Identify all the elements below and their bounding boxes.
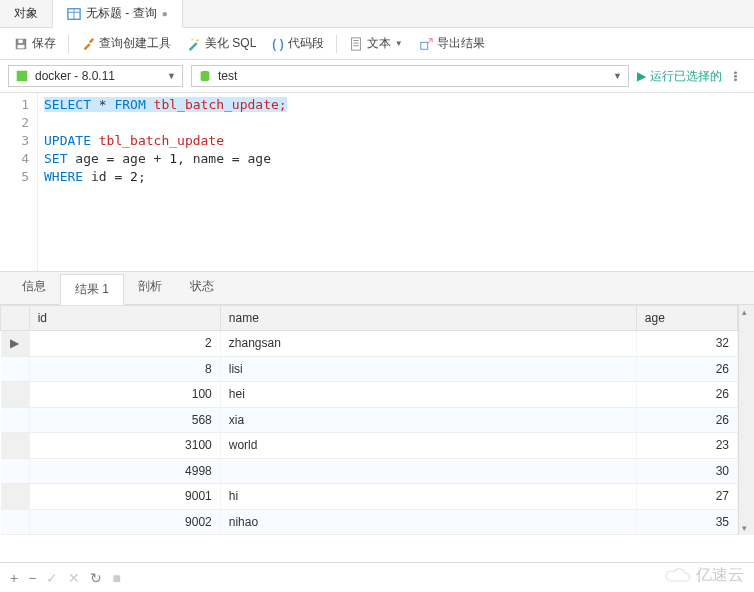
tab-objects[interactable]: 对象: [0, 0, 53, 27]
tab-query[interactable]: 无标题 - 查询 ●: [53, 0, 183, 28]
tab-objects-label: 对象: [14, 5, 38, 22]
cell-age[interactable]: 26: [636, 382, 737, 408]
watermark: 亿速云: [664, 565, 744, 586]
vertical-scrollbar[interactable]: [738, 305, 754, 535]
tab-info[interactable]: 信息: [8, 272, 60, 304]
stop-button[interactable]: ■: [112, 570, 120, 586]
cell-id[interactable]: 9002: [29, 509, 220, 535]
cell-id[interactable]: 4998: [29, 458, 220, 484]
row-marker: [1, 458, 30, 484]
cell-name[interactable]: zhangsan: [220, 331, 636, 357]
run-label: 运行已选择的: [650, 68, 722, 85]
footer-toolbar: + − ✓ ✕ ↻ ■: [0, 562, 754, 592]
cell-id[interactable]: 9001: [29, 484, 220, 510]
cloud-icon: [664, 567, 692, 585]
cell-name[interactable]: xia: [220, 407, 636, 433]
close-icon[interactable]: ●: [162, 8, 168, 19]
save-button[interactable]: 保存: [8, 33, 62, 54]
chevron-down-icon: ▼: [167, 71, 176, 81]
menu-dots-icon[interactable]: •••: [730, 71, 741, 82]
cell-name[interactable]: nihao: [220, 509, 636, 535]
text-button[interactable]: 文本 ▼: [343, 33, 409, 54]
cell-name[interactable]: hi: [220, 484, 636, 510]
table-row[interactable]: 100 hei 26: [1, 382, 738, 408]
table-row[interactable]: 568 xia 26: [1, 407, 738, 433]
cell-age[interactable]: 30: [636, 458, 737, 484]
cell-name[interactable]: [220, 458, 636, 484]
row-marker: [1, 433, 30, 459]
col-header-age[interactable]: age: [636, 306, 737, 331]
cell-id[interactable]: 8: [29, 356, 220, 382]
cell-age[interactable]: 27: [636, 484, 737, 510]
code-content[interactable]: SELECT * FROM tbl_batch_update; UPDATE t…: [38, 93, 754, 271]
table-row[interactable]: 3100 world 23: [1, 433, 738, 459]
table-row[interactable]: 9002 nihao 35: [1, 509, 738, 535]
table-row[interactable]: 8 lisi 26: [1, 356, 738, 382]
row-marker: [1, 484, 30, 510]
text-label: 文本: [367, 35, 391, 52]
hammer-icon: [81, 37, 95, 51]
table-row[interactable]: 9001 hi 27: [1, 484, 738, 510]
snippet-button[interactable]: ( ) 代码段: [266, 33, 329, 54]
cell-name[interactable]: hei: [220, 382, 636, 408]
row-marker: [1, 356, 30, 382]
export-button[interactable]: 导出结果: [413, 33, 491, 54]
separator: [336, 35, 337, 53]
cell-id[interactable]: 568: [29, 407, 220, 433]
cell-age[interactable]: 26: [636, 356, 737, 382]
query-builder-label: 查询创建工具: [99, 35, 171, 52]
database-select[interactable]: test ▼: [191, 65, 629, 87]
watermark-text: 亿速云: [696, 565, 744, 586]
svg-rect-4: [18, 44, 25, 48]
cell-age[interactable]: 32: [636, 331, 737, 357]
parens-icon: ( ): [272, 37, 283, 51]
row-marker: [1, 509, 30, 535]
main-toolbar: 保存 查询创建工具 美化 SQL ( ) 代码段 文本 ▼ 导出结果: [0, 28, 754, 60]
refresh-button[interactable]: ↻: [90, 570, 102, 586]
export-icon: [419, 37, 433, 51]
cancel-button[interactable]: ✕: [68, 570, 80, 586]
chevron-down-icon: ▼: [613, 71, 622, 81]
svg-rect-12: [420, 42, 427, 49]
table-row[interactable]: ▶ 2 zhangsan 32: [1, 331, 738, 357]
connection-bar: docker - 8.0.11 ▼ test ▼ ▶ 运行已选择的 •••: [0, 60, 754, 93]
cell-name[interactable]: world: [220, 433, 636, 459]
row-marker: [1, 407, 30, 433]
table-row[interactable]: 4998 30: [1, 458, 738, 484]
svg-rect-8: [351, 37, 360, 49]
tab-profile[interactable]: 剖析: [124, 272, 176, 304]
tab-result1[interactable]: 结果 1: [60, 274, 124, 305]
cell-age[interactable]: 26: [636, 407, 737, 433]
result-tab-bar: 信息 结果 1 剖析 状态: [0, 271, 754, 305]
chevron-down-icon: ▼: [395, 39, 403, 48]
server-label: docker - 8.0.11: [35, 69, 115, 83]
add-row-button[interactable]: +: [10, 570, 18, 586]
row-marker: [1, 382, 30, 408]
row-marker-header: [1, 306, 30, 331]
col-header-name[interactable]: name: [220, 306, 636, 331]
server-select[interactable]: docker - 8.0.11 ▼: [8, 65, 183, 87]
tab-status[interactable]: 状态: [176, 272, 228, 304]
cell-age[interactable]: 35: [636, 509, 737, 535]
delete-row-button[interactable]: −: [28, 570, 36, 586]
result-grid[interactable]: id name age ▶ 2 zhangsan 32 8 lisi 26 10…: [0, 305, 738, 535]
save-icon: [14, 37, 28, 51]
server-icon: [15, 69, 29, 83]
export-label: 导出结果: [437, 35, 485, 52]
run-button[interactable]: ▶ 运行已选择的: [637, 68, 722, 85]
col-header-id[interactable]: id: [29, 306, 220, 331]
play-icon: ▶: [637, 69, 646, 83]
cell-age[interactable]: 23: [636, 433, 737, 459]
beautify-label: 美化 SQL: [205, 35, 256, 52]
sql-editor[interactable]: 12345 SELECT * FROM tbl_batch_update; UP…: [0, 93, 754, 271]
row-marker: ▶: [1, 331, 30, 357]
separator: [68, 35, 69, 53]
cell-id[interactable]: 2: [29, 331, 220, 357]
cell-name[interactable]: lisi: [220, 356, 636, 382]
beautify-button[interactable]: 美化 SQL: [181, 33, 262, 54]
cell-id[interactable]: 100: [29, 382, 220, 408]
commit-button[interactable]: ✓: [46, 570, 58, 586]
cell-id[interactable]: 3100: [29, 433, 220, 459]
query-builder-button[interactable]: 查询创建工具: [75, 33, 177, 54]
top-tab-bar: 对象 无标题 - 查询 ●: [0, 0, 754, 28]
